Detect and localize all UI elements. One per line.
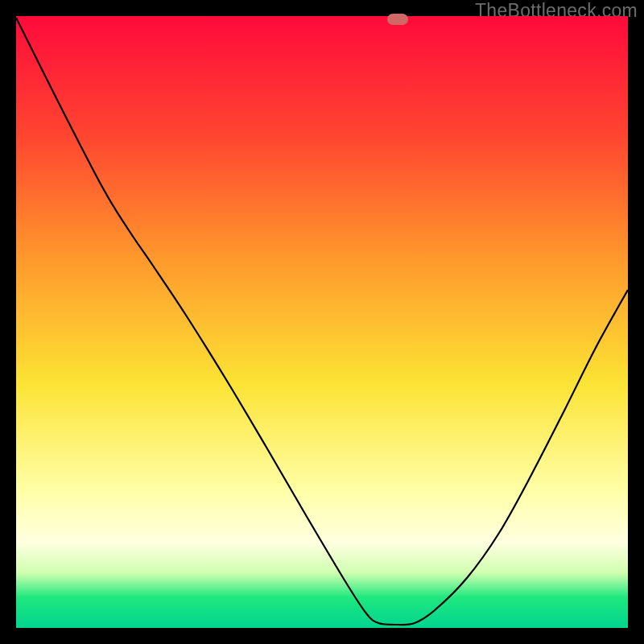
optimal-point-marker bbox=[387, 14, 408, 25]
chart-frame: TheBottleneck.com bbox=[0, 0, 644, 644]
bottleneck-curve bbox=[16, 18, 628, 625]
chart-curve-layer bbox=[16, 16, 628, 628]
chart-plot-area bbox=[16, 16, 628, 628]
